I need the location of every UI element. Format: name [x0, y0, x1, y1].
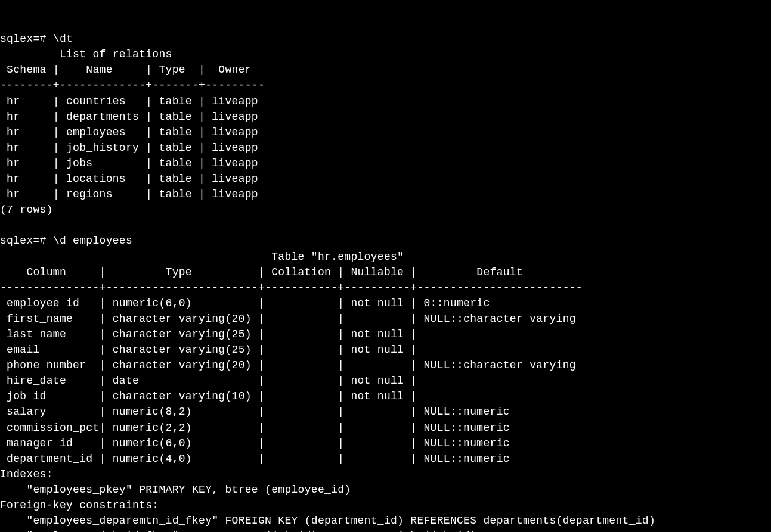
table-title: Table "hr.employees": [0, 251, 404, 263]
table-row: hr | departments | table | liveapp: [0, 111, 258, 123]
terminal-output[interactable]: sqlex=# \dt List of relations Schema | N…: [0, 31, 771, 532]
table-row: job_id | character varying(10) | | not n…: [0, 390, 417, 402]
table-row: hr | jobs | table | liveapp: [0, 157, 258, 169]
table-header: Column | Type | Collation | Nullable | D…: [0, 266, 523, 278]
table-row: hr | regions | table | liveapp: [0, 188, 258, 200]
table-row: hr | locations | table | liveapp: [0, 173, 258, 185]
table-row: hr | employees | table | liveapp: [0, 126, 258, 138]
relations-title: List of relations: [0, 48, 172, 60]
index-line: "employees_pkey" PRIMARY KEY, btree (emp…: [0, 484, 351, 496]
table-row: last_name | character varying(25) | | no…: [0, 328, 417, 340]
table-row: email | character varying(25) | | not nu…: [0, 344, 417, 356]
prompt-line-2: sqlex=# \d employees: [0, 235, 132, 247]
row-count: (7 rows): [0, 204, 53, 216]
prompt-line-1: sqlex=# \dt: [0, 33, 73, 45]
table-row: phone_number | character varying(20) | |…: [0, 359, 576, 371]
table-row: employee_id | numeric(6,0) | | not null …: [0, 297, 490, 309]
table-row: first_name | character varying(20) | | |…: [0, 313, 576, 325]
table-row: salary | numeric(8,2) | | | NULL::numeri…: [0, 406, 510, 418]
table-row: department_id | numeric(4,0) | | | NULL:…: [0, 453, 510, 465]
indexes-label: Indexes:: [0, 468, 53, 480]
table-row: hire_date | date | | not null |: [0, 375, 417, 387]
table-row: hr | countries | table | liveapp: [0, 95, 258, 107]
fk-label: Foreign-key constraints:: [0, 499, 159, 511]
relations-header: Schema | Name | Type | Owner: [0, 64, 252, 76]
table-row: hr | job_history | table | liveapp: [0, 142, 258, 154]
table-row: commission_pct| numeric(2,2) | | | NULL:…: [0, 422, 510, 434]
fk-line: "employees_deparemtn_id_fkey" FOREIGN KE…: [0, 515, 655, 527]
table-divider: ---------------+-----------------------+…: [0, 282, 583, 294]
table-row: manager_id | numeric(6,0) | | | NULL::nu…: [0, 437, 510, 449]
relations-divider: --------+-------------+-------+---------: [0, 79, 265, 91]
